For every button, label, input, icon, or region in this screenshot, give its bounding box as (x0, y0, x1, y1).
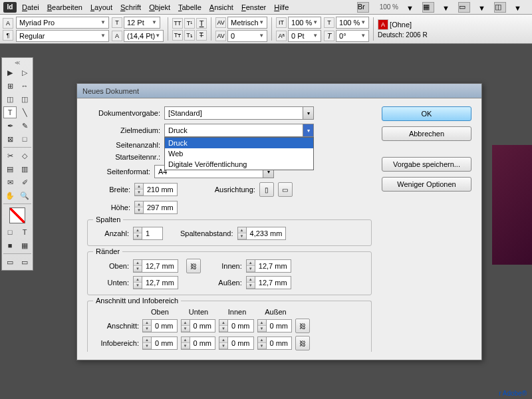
zoom-dropdown-arrow[interactable]: ▼ (406, 4, 413, 11)
strike-icon[interactable]: T̶ (196, 30, 207, 41)
intent-option-druck[interactable]: Druck (165, 138, 313, 148)
preset-label: Dokumentvorgabe: (87, 109, 160, 117)
normal-view-icon[interactable]: ▭ (3, 256, 17, 268)
colcount-input[interactable]: ▲▼1 (133, 227, 163, 240)
link-bleed-icon[interactable]: ⛓ (295, 319, 310, 333)
menu-datei[interactable]: Datei (22, 3, 39, 11)
pen-tool[interactable]: ✒ (3, 120, 17, 132)
gradient-feather-tool[interactable]: ▥ (18, 163, 31, 175)
note-tool[interactable]: ✉ (3, 176, 17, 188)
selection-tool[interactable]: ▶ (3, 66, 17, 78)
eyedropper-tool[interactable]: ✐ (18, 176, 31, 188)
margin-top-label: Oben: (96, 262, 129, 270)
bridge-icon[interactable]: Br (357, 2, 369, 13)
tracking-combo[interactable]: 0▼ (227, 30, 267, 42)
vscale-icon: IT (276, 17, 287, 28)
intent-option-digital[interactable]: Digitale Veröffentlichung (165, 159, 313, 170)
font-family-combo[interactable]: Myriad Pro▼ (16, 17, 109, 29)
page-tool[interactable]: ⊞ (3, 80, 17, 92)
intent-option-web[interactable]: Web (165, 148, 313, 159)
hand-tool[interactable]: ✋ (3, 190, 17, 201)
margin-outside-input[interactable]: ▲▼12,7 mm (246, 276, 291, 289)
menu-fenster[interactable]: Fenster (241, 3, 266, 11)
para-format-icon[interactable]: ¶ (3, 30, 13, 41)
fill-stroke-swatch[interactable] (9, 207, 25, 223)
rectangle-tool[interactable]: □ (18, 133, 31, 145)
bleed-inside-input[interactable]: ▲▼0 mm (219, 319, 254, 332)
link-slug-icon[interactable]: ⛓ (295, 336, 310, 350)
pencil-tool[interactable]: ✎ (18, 120, 31, 132)
content-placer-tool[interactable]: ◫ (18, 93, 31, 105)
arrange-icon[interactable]: ◫ (494, 2, 506, 13)
margin-top-input[interactable]: ▲▼12,7 mm (133, 259, 178, 273)
content-collector-tool[interactable]: ◫ (3, 93, 17, 105)
gutter-input[interactable]: ▲▼4,233 mm (237, 227, 287, 240)
bleed-top-input[interactable]: ▲▼0 mm (142, 319, 178, 332)
gap-tool[interactable]: ↔ (18, 80, 31, 92)
line-tool[interactable]: ╲ (18, 106, 31, 118)
direct-selection-tool[interactable]: ▷ (18, 66, 31, 78)
char-format-icon[interactable]: A (3, 18, 13, 29)
formatting-container-icon[interactable]: □ (3, 226, 17, 238)
zoom-tool[interactable]: 🔍 (18, 190, 31, 201)
menu-hilfe[interactable]: Hilfe (274, 3, 289, 11)
ok-button[interactable]: OK (382, 106, 471, 121)
screen-mode-icon[interactable]: ▭ (458, 2, 470, 13)
zoom-level[interactable]: 100 % (380, 3, 398, 11)
formatting-text-icon[interactable]: T (18, 226, 31, 238)
slug-bottom-input[interactable]: ▲▼0 mm (181, 336, 216, 350)
portrait-icon[interactable]: ▯ (259, 182, 274, 197)
type-tool[interactable]: T (3, 106, 17, 118)
intent-combo[interactable]: Druck▾ Druck Web Digitale Veröffentlichu… (164, 124, 314, 137)
bleed-fieldset: Anschnitt und Infobereich Oben Unten Inn… (87, 301, 372, 352)
width-input[interactable]: ▲▼210 mm (134, 183, 178, 196)
apply-gradient-icon[interactable]: ▦ (18, 239, 31, 251)
margin-bottom-input[interactable]: ▲▼12,7 mm (133, 276, 178, 289)
allcaps-icon[interactable]: TT (172, 18, 183, 29)
cancel-button[interactable]: Abbrechen (382, 126, 471, 141)
slug-inside-input[interactable]: ▲▼0 mm (219, 336, 254, 350)
free-transform-tool[interactable]: ◇ (18, 150, 31, 162)
font-style-combo[interactable]: Regular▼ (16, 30, 109, 42)
font-size-combo[interactable]: 12 Pt▼ (124, 17, 160, 29)
menu-bearbeiten[interactable]: Bearbeiten (47, 3, 82, 11)
dialog-titlebar[interactable]: Neues Dokument (77, 84, 481, 98)
menu-ansicht[interactable]: Ansicht (209, 3, 233, 11)
preview-view-icon[interactable]: ▭ (18, 256, 31, 268)
menu-layout[interactable]: Layout (90, 3, 112, 11)
col-top-hdr: Oben (142, 308, 178, 316)
save-preset-button[interactable]: Vorgabe speichern... (382, 157, 471, 172)
underline-icon[interactable]: T (196, 18, 207, 29)
footer-adobe-link[interactable]: r Adobe® (499, 390, 527, 397)
intent-dropdown: Druck Web Digitale Veröffentlichung (164, 137, 314, 170)
fewer-options-button[interactable]: Weniger Optionen (382, 177, 471, 192)
gradient-swatch-tool[interactable]: ▤ (3, 163, 17, 175)
landscape-icon[interactable]: ▭ (278, 182, 293, 197)
leading-combo[interactable]: (14,4 Pt)▼ (124, 30, 164, 42)
subscript-icon[interactable]: T₁ (184, 30, 195, 41)
smallcaps-icon[interactable]: Tᴛ (172, 30, 183, 41)
hscale-combo[interactable]: 100 %▼ (336, 17, 369, 29)
skew-combo[interactable]: 0°▼ (336, 30, 369, 42)
menu-schrift[interactable]: Schrift (120, 3, 141, 11)
slug-top-input[interactable]: ▲▼0 mm (142, 336, 178, 350)
kerning-combo[interactable]: Metrisch▼ (227, 17, 267, 29)
height-input[interactable]: ▲▼297 mm (134, 201, 178, 214)
menu-tabelle[interactable]: Tabelle (178, 3, 201, 11)
scissors-tool[interactable]: ✂ (3, 150, 17, 162)
margin-inside-input[interactable]: ▲▼12,7 mm (246, 259, 291, 273)
bleed-bottom-input[interactable]: ▲▼0 mm (181, 319, 216, 332)
rectangle-frame-tool[interactable]: ⊠ (3, 133, 17, 145)
slug-outside-input[interactable]: ▲▼0 mm (257, 336, 293, 350)
toolbox-collapse[interactable] (3, 60, 31, 65)
superscript-icon[interactable]: T¹ (184, 18, 195, 29)
menu-objekt[interactable]: Objekt (149, 3, 170, 11)
apply-color-icon[interactable]: ■ (3, 239, 17, 251)
vscale-combo[interactable]: 100 %▼ (288, 17, 321, 29)
view-options-icon[interactable]: ▦ (422, 2, 434, 13)
fill-icon[interactable]: A (378, 19, 388, 30)
bleed-outside-input[interactable]: ▲▼0 mm (257, 319, 293, 332)
preset-combo[interactable]: [Standard]▾ (164, 106, 314, 120)
baseline-combo[interactable]: 0 Pt▼ (288, 30, 321, 42)
link-margins-icon[interactable]: ⛓ (186, 259, 201, 273)
